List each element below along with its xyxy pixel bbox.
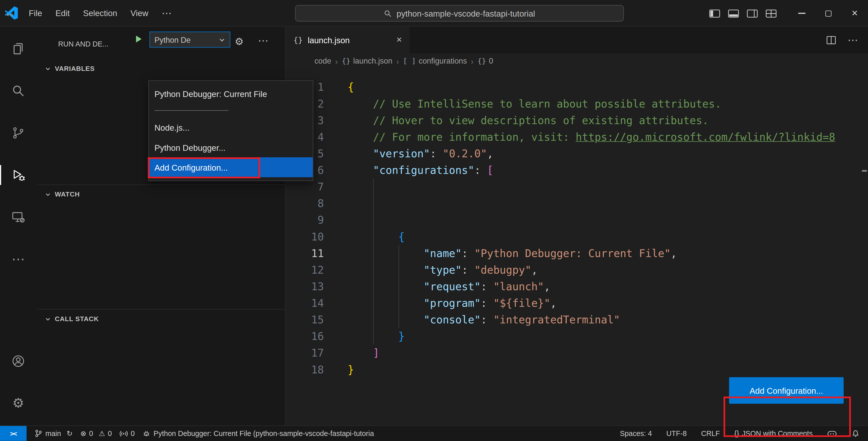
debug-config-status[interactable]: Python Debugger: Current File (python-sa…: [143, 429, 374, 438]
code-line-content[interactable]: ]: [328, 345, 868, 361]
code-line-content[interactable]: "version": "0.2.0",: [328, 145, 868, 161]
menu-edit[interactable]: Edit: [49, 0, 76, 26]
code-line-content[interactable]: "request": "launch",: [328, 278, 868, 294]
dropdown-item-nodejs[interactable]: Node.js...: [149, 117, 313, 137]
search-sidebar-icon[interactable]: [0, 76, 36, 106]
language-label: JSON with Comments: [742, 429, 813, 438]
code-line: 15 "console": "integratedTerminal": [285, 311, 868, 328]
code-line-content[interactable]: "name": "Python Debugger: Current File",: [328, 245, 868, 261]
toggle-secondary-sidebar-icon[interactable]: [743, 0, 762, 27]
debug-settings-gear-icon[interactable]: ⚙: [235, 35, 244, 47]
remote-indicator[interactable]: ><: [0, 426, 27, 441]
toggle-primary-sidebar-icon[interactable]: [705, 0, 724, 27]
run-and-debug-icon[interactable]: [0, 159, 36, 190]
sync-status[interactable]: ↻: [67, 429, 72, 438]
maximize-button[interactable]: [815, 0, 841, 27]
language-mode-status[interactable]: {} JSON with Comments: [734, 429, 813, 438]
dropdown-item-current-file[interactable]: Python Debugger: Current File: [149, 84, 313, 104]
line-number[interactable]: 12: [285, 261, 328, 278]
toggle-panel-icon[interactable]: [724, 0, 743, 27]
add-configuration-button[interactable]: Add Configuration...: [729, 377, 844, 404]
close-tab-icon[interactable]: ×: [396, 34, 402, 46]
code-line-content[interactable]: {: [328, 228, 868, 245]
code-line-content[interactable]: "console": "integratedTerminal": [328, 311, 868, 328]
indent-guide: [373, 178, 373, 195]
notifications-status[interactable]: [851, 429, 860, 438]
remote-explorer-icon[interactable]: [0, 202, 36, 232]
code-line: 6 "configurations": [: [285, 162, 868, 178]
code-area[interactable]: 1{2 // Use IntelliSense to learn about p…: [285, 68, 868, 378]
debug-configuration-select[interactable]: Python De: [149, 32, 230, 48]
line-number[interactable]: 11: [285, 245, 328, 261]
source-control-icon[interactable]: [0, 117, 36, 148]
error-count: 0: [89, 429, 93, 438]
ports-status[interactable]: 0: [120, 429, 135, 438]
customize-layout-icon[interactable]: [762, 0, 781, 27]
menu-selection[interactable]: Selection: [76, 0, 124, 26]
breadcrumb: code › {} launch.json › [ ] configuratio…: [285, 53, 868, 69]
line-number[interactable]: 9: [285, 212, 328, 228]
code-line-content[interactable]: // For more information, visit: https://…: [328, 128, 868, 145]
breadcrumb-configurations[interactable]: [ ] configurations: [403, 57, 467, 65]
menu-view[interactable]: View: [124, 0, 155, 26]
code-line-content[interactable]: // Use IntelliSense to learn about possi…: [328, 95, 868, 112]
code-line-content[interactable]: "configurations": [: [328, 162, 868, 178]
indent-guide: [398, 245, 399, 261]
split-editor-icon[interactable]: [826, 35, 837, 45]
menu-more-icon[interactable]: ⋯: [155, 0, 178, 26]
chevron-down-icon: [45, 66, 51, 71]
encoding-status[interactable]: UTF-8: [666, 429, 687, 438]
breadcrumb-folder[interactable]: code: [314, 57, 331, 65]
start-debugging-icon[interactable]: [133, 34, 144, 44]
line-number[interactable]: 13: [285, 278, 328, 294]
tab-launch-json[interactable]: {} launch.json ×: [285, 27, 410, 53]
account-icon[interactable]: [0, 346, 36, 376]
code-line-content[interactable]: }: [328, 361, 868, 378]
object-symbol-icon: {}: [342, 57, 351, 65]
line-number[interactable]: 16: [285, 328, 328, 345]
code-line-content[interactable]: [328, 212, 868, 228]
code-line-content[interactable]: {: [328, 79, 868, 95]
git-branch-icon: [34, 429, 43, 438]
search-icon: [384, 9, 392, 17]
menu-file[interactable]: File: [22, 0, 49, 26]
breadcrumb-item-0[interactable]: {} 0: [477, 57, 493, 65]
minimize-button[interactable]: [788, 0, 815, 27]
forward-icon[interactable]: →: [0, 0, 20, 27]
section-variables[interactable]: VARIABLES: [36, 63, 285, 75]
code-line-content[interactable]: }: [328, 328, 868, 345]
explorer-icon[interactable]: [0, 33, 36, 64]
line-number[interactable]: 15: [285, 311, 328, 328]
line-number[interactable]: 14: [285, 295, 328, 311]
section-call-stack[interactable]: CALL STACK: [36, 313, 285, 325]
settings-gear-icon[interactable]: ⚙: [0, 388, 36, 419]
breadcrumb-file[interactable]: {} launch.json: [342, 57, 393, 65]
warning-count: 0: [108, 429, 112, 438]
breadcrumb-label: code: [314, 57, 331, 65]
indentation-status[interactable]: Spaces: 4: [620, 429, 652, 438]
line-number[interactable]: 8: [285, 195, 328, 212]
code-line-content[interactable]: [328, 178, 868, 195]
dropdown-item-python-debugger[interactable]: Python Debugger...: [149, 138, 313, 157]
line-number[interactable]: 10: [285, 228, 328, 245]
copilot-status[interactable]: [827, 430, 837, 437]
debug-views-more-icon[interactable]: ⋯: [258, 34, 269, 47]
branch-status[interactable]: main: [34, 429, 61, 438]
eol-status[interactable]: CRLF: [701, 429, 720, 438]
code-line-content[interactable]: // Hover to view descriptions of existin…: [328, 112, 868, 128]
line-number[interactable]: 18: [285, 361, 328, 378]
section-watch[interactable]: WATCH: [36, 188, 285, 200]
dropdown-item-add-configuration[interactable]: Add Configuration...: [149, 157, 313, 177]
warnings-status[interactable]: ⚠ 0: [99, 429, 112, 438]
close-icon: ×: [852, 7, 858, 19]
code-line-content[interactable]: "program": "${file}",: [328, 295, 868, 311]
line-number[interactable]: 17: [285, 345, 328, 361]
titlebar-controls: ×: [705, 0, 868, 27]
more-actions-icon[interactable]: ⋯: [847, 34, 858, 46]
code-line-content[interactable]: [328, 195, 868, 212]
command-center-search[interactable]: python-sample-vscode-fastapi-tutorial: [295, 5, 624, 22]
additional-views-icon[interactable]: ⋯: [0, 244, 36, 275]
code-line-content[interactable]: "type": "debugpy",: [328, 261, 868, 278]
errors-status[interactable]: ⊗ 0: [81, 429, 93, 438]
close-window-button[interactable]: ×: [841, 0, 868, 27]
